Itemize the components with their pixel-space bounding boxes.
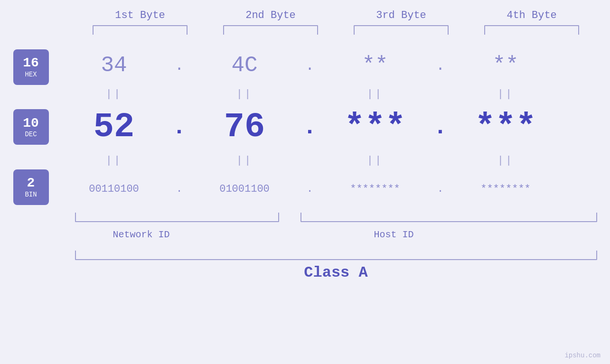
- bracket-byte4: [484, 25, 579, 35]
- bin-b1: 00110100: [62, 183, 166, 195]
- dec-badge: 10 DEC: [13, 109, 49, 145]
- left-labels: 16 HEX 10 DEC 2 BIN: [0, 44, 62, 210]
- bracket-byte3: [354, 25, 449, 35]
- byte4-label: 4th Byte: [479, 9, 584, 21]
- watermark: ipshu.com: [564, 352, 601, 359]
- hex-b2: 4C: [192, 53, 297, 78]
- dec-dot1: .: [166, 114, 192, 140]
- hex-b3: **: [323, 53, 427, 78]
- full-bracket-row: [75, 251, 597, 260]
- dec-dot3: .: [427, 114, 453, 140]
- dec-b2: 76: [192, 108, 297, 147]
- hex-row: 34 . 4C . ** . **: [62, 44, 610, 87]
- hex-b4: **: [453, 53, 558, 78]
- rows-container: 34 . 4C . ** . **: [62, 44, 610, 210]
- top-brackets: [75, 25, 597, 35]
- eq2-b4: ||: [453, 155, 558, 167]
- bin-badge: 2 BIN: [13, 169, 49, 205]
- dec-dot2: .: [297, 114, 323, 140]
- bin-dot3: .: [427, 183, 453, 195]
- content-area: 16 HEX 10 DEC 2 BIN 34 .: [0, 44, 610, 210]
- eq1-b4: ||: [453, 88, 558, 100]
- hex-dot3: .: [427, 57, 453, 75]
- hex-number: 16: [23, 56, 39, 71]
- bin-name: BIN: [25, 191, 37, 198]
- dec-b4: ***: [453, 108, 558, 147]
- hex-b1: 34: [62, 53, 166, 78]
- hex-dot1: .: [166, 57, 192, 75]
- dec-b1: 52: [62, 108, 166, 147]
- bin-row: 00110100 . 01001100 . ******** .: [62, 168, 610, 210]
- bin-b2: 01001100: [192, 183, 297, 195]
- byte2-label: 2nd Byte: [218, 9, 323, 21]
- class-row: Class A: [75, 264, 597, 281]
- host-id-label: Host ID: [374, 229, 414, 240]
- network-bracket: [75, 213, 279, 222]
- labels-row: Network ID Host ID: [75, 229, 597, 248]
- dec-row: 52 . 76 . *** . ***: [62, 101, 610, 153]
- bin-number: 2: [27, 176, 35, 191]
- bottom-brackets: [75, 213, 597, 227]
- hex-name: HEX: [25, 71, 37, 78]
- equals-row-1: || || || ||: [62, 87, 610, 101]
- byte1-label: 1st Byte: [88, 9, 192, 21]
- eq2-b2: ||: [192, 155, 297, 167]
- bin-dot1: .: [166, 183, 192, 195]
- dec-number: 10: [23, 116, 39, 131]
- bin-dot2: .: [297, 183, 323, 195]
- bin-b3: ********: [323, 183, 427, 195]
- network-id-label: Network ID: [113, 229, 170, 240]
- dec-b3: ***: [323, 108, 427, 147]
- main-container: 1st Byte 2nd Byte 3rd Byte 4th Byte 16 H…: [0, 0, 610, 364]
- dec-name: DEC: [25, 131, 37, 138]
- byte3-label: 3rd Byte: [349, 9, 453, 21]
- eq1-b1: ||: [62, 88, 166, 100]
- bin-b4: ********: [453, 183, 558, 195]
- eq2-b1: ||: [62, 155, 166, 167]
- equals-row-2: || || || ||: [62, 153, 610, 168]
- class-label: Class A: [304, 264, 367, 281]
- hex-dot2: .: [297, 57, 323, 75]
- byte-headers: 1st Byte 2nd Byte 3rd Byte 4th Byte: [75, 9, 597, 21]
- bracket-byte2: [223, 25, 318, 35]
- hex-badge: 16 HEX: [13, 49, 49, 85]
- eq1-b3: ||: [323, 88, 427, 100]
- host-bracket: [300, 213, 597, 222]
- eq2-b3: ||: [323, 155, 427, 167]
- full-bracket: [75, 251, 597, 260]
- eq1-b2: ||: [192, 88, 297, 100]
- bracket-byte1: [93, 25, 188, 35]
